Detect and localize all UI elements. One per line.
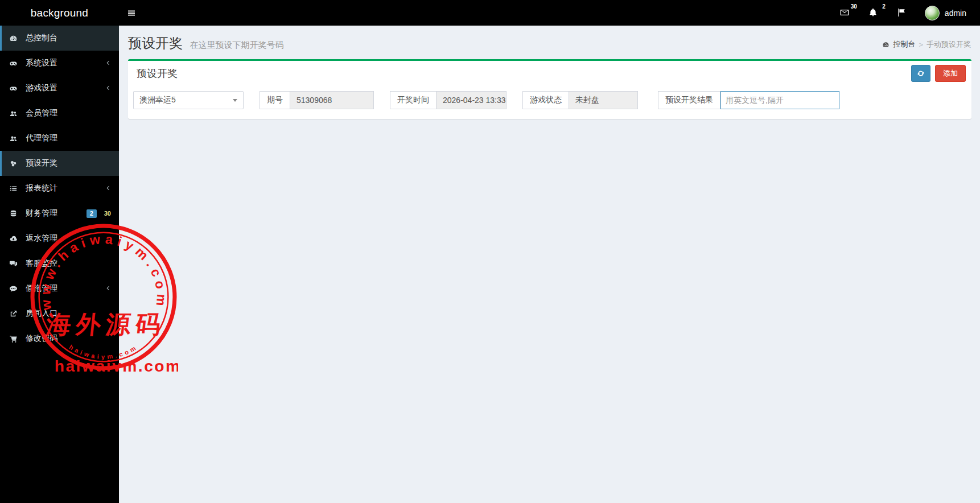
sidebar-item-finance[interactable]: 财务管理230 — [0, 201, 119, 226]
sidebar-item-members[interactable]: 会员管理 — [0, 101, 119, 126]
users-icon — [9, 109, 20, 118]
chevron-left-icon — [105, 84, 114, 92]
sidebar-item-label: 返水管理 — [26, 233, 57, 244]
sidebar-item-fake-drag[interactable]: 假拖管理 — [0, 276, 119, 301]
flag-icon — [896, 10, 907, 19]
bell-icon — [868, 10, 878, 19]
balls-icon — [9, 159, 20, 168]
panel-header: 预设开奖 添加 — [128, 61, 971, 85]
sidebar-item-label: 财务管理 — [26, 208, 57, 218]
preset-result-label: 预设开奖结果 — [658, 91, 720, 109]
status-badge: 30 — [101, 209, 114, 218]
sidebar-item-label: 代理管理 — [26, 133, 57, 143]
sidebar-item-label: 游戏设置 — [26, 83, 57, 93]
sidebar-item-label: 总控制台 — [26, 33, 57, 43]
sidebar-item-system-settings[interactable]: 系统设置 — [0, 51, 119, 76]
cloud-download-icon — [9, 234, 20, 243]
top-right-nav: 30 2 admin — [839, 6, 980, 20]
issue-group: 期号 51309068 — [260, 91, 374, 109]
sidebar-item-dashboard[interactable]: 总控制台 — [0, 26, 119, 51]
sidebar-item-reports[interactable]: 报表统计 — [0, 176, 119, 201]
list-icon — [9, 184, 20, 193]
sidebar-item-label: 客服监控 — [26, 258, 57, 269]
database-icon — [9, 209, 20, 218]
sidebar-badges: 230 — [87, 209, 114, 218]
notification-count-badge: 2 — [882, 3, 886, 10]
sidebar-item-label: 预设开奖 — [26, 158, 57, 168]
sidebar-item-label: 报表统计 — [26, 183, 57, 193]
game-status-label: 游戏状态 — [522, 91, 569, 109]
issue-value: 51309068 — [290, 91, 374, 109]
panel-title: 预设开奖 — [137, 68, 178, 79]
game-status-value: 未封盘 — [569, 91, 638, 109]
user-menu[interactable]: admin — [925, 6, 966, 20]
sidebar: 总控制台系统设置游戏设置会员管理代理管理预设开奖报表统计财务管理230返水管理客… — [0, 26, 119, 503]
game-select[interactable]: 澳洲幸运5 — [133, 91, 244, 109]
breadcrumb-home[interactable]: 控制台 — [893, 39, 915, 50]
notifications-icon[interactable]: 2 — [868, 7, 879, 19]
chevron-left-icon — [105, 184, 114, 192]
breadcrumb-current: 手动预设开奖 — [927, 39, 971, 50]
breadcrumb: 控制台 > 手动预设开奖 — [882, 39, 971, 50]
preset-result-input[interactable] — [720, 91, 839, 109]
sidebar-item-label: 会员管理 — [26, 108, 57, 118]
sidebar-item-preset-draw[interactable]: 预设开奖 — [0, 151, 119, 176]
hamburger-icon[interactable] — [119, 0, 144, 26]
add-button[interactable]: 添加 — [935, 65, 966, 82]
sidebar-item-game-settings[interactable]: 游戏设置 — [0, 76, 119, 101]
app-logo[interactable]: background — [0, 0, 119, 26]
panel-tools: 添加 — [911, 65, 966, 82]
top-bar: background 30 2 admin — [0, 0, 980, 26]
issue-label: 期号 — [260, 91, 290, 109]
user-name: admin — [945, 9, 966, 18]
cart-icon — [9, 334, 20, 343]
preset-draw-panel: 预设开奖 添加 澳洲幸运5 期号 51309068 开奖时间 2026-04-2… — [128, 59, 971, 119]
sidebar-item-label: 房间入口 — [26, 308, 57, 319]
draw-time-label: 开奖时间 — [390, 91, 437, 109]
chevron-down-icon — [233, 99, 237, 102]
draw-time-value: 2026-04-23 13:33:4 — [437, 91, 507, 109]
sidebar-item-support-monitor[interactable]: 客服监控 — [0, 251, 119, 276]
comments-icon — [9, 259, 20, 268]
page-subtitle: 在这里预设下期开奖号码 — [190, 40, 283, 50]
sidebar-item-label: 系统设置 — [26, 58, 57, 68]
sidebar-item-agents[interactable]: 代理管理 — [0, 126, 119, 151]
refresh-button[interactable] — [911, 65, 930, 82]
status-badge: 2 — [87, 209, 97, 218]
avatar — [925, 6, 940, 20]
content-header: 预设开奖 在这里预设下期开奖号码 控制台 > 手动预设开奖 — [119, 26, 980, 59]
envelope-icon — [839, 10, 850, 19]
mail-icon[interactable]: 30 — [839, 7, 851, 19]
comment-icon — [9, 284, 20, 293]
flag-menu[interactable] — [896, 7, 908, 19]
main-content: 预设开奖 在这里预设下期开奖号码 控制台 > 手动预设开奖 预设开奖 添加 澳洲… — [119, 26, 980, 503]
page-title: 预设开奖 — [128, 35, 183, 51]
sidebar-item-change-password[interactable]: 修改密码 — [0, 326, 119, 351]
share-icon — [9, 309, 20, 318]
chevron-left-icon — [105, 285, 114, 292]
chevron-left-icon — [105, 59, 114, 67]
sidebar-item-label: 假拖管理 — [26, 283, 57, 294]
sidebar-item-rebate[interactable]: 返水管理 — [0, 226, 119, 251]
refresh-icon — [917, 69, 925, 77]
breadcrumb-separator: > — [919, 40, 923, 49]
users-icon — [9, 134, 20, 143]
mail-count-badge: 30 — [851, 3, 857, 10]
sidebar-item-room-entry[interactable]: 房间入口 — [0, 301, 119, 326]
sidebar-item-label: 修改密码 — [26, 333, 57, 344]
preset-result-group: 预设开奖结果 — [658, 91, 839, 109]
dashboard-icon — [882, 41, 890, 48]
sidebar-menu: 总控制台系统设置游戏设置会员管理代理管理预设开奖报表统计财务管理230返水管理客… — [0, 26, 119, 351]
draw-time-group: 开奖时间 2026-04-23 13:33:4 — [390, 91, 507, 109]
gamepad-icon — [9, 84, 20, 93]
game-select-value: 澳洲幸运5 — [139, 95, 176, 105]
panel-body: 澳洲幸运5 期号 51309068 开奖时间 2026-04-23 13:33:… — [128, 85, 971, 119]
dashboard-icon — [9, 34, 20, 43]
game-status-group: 游戏状态 未封盘 — [522, 91, 638, 109]
gamepad-icon — [9, 59, 20, 68]
